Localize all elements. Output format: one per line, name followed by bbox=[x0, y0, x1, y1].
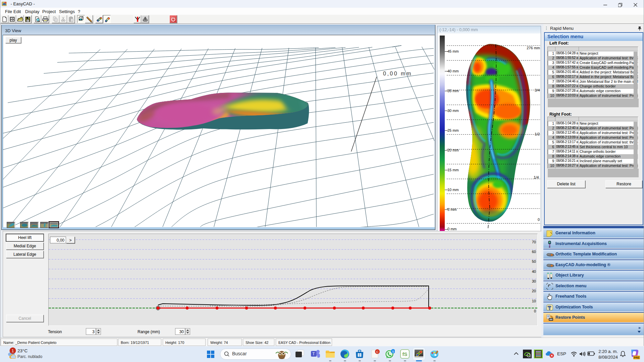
svg-text:fS: fS bbox=[402, 351, 408, 357]
svg-text:C: C bbox=[376, 350, 379, 354]
svg-text:5: 5 bbox=[392, 350, 394, 353]
svg-text:1: 1 bbox=[12, 349, 14, 353]
svg-text:PRE: PRE bbox=[634, 356, 640, 359]
svg-text:T: T bbox=[312, 352, 315, 356]
